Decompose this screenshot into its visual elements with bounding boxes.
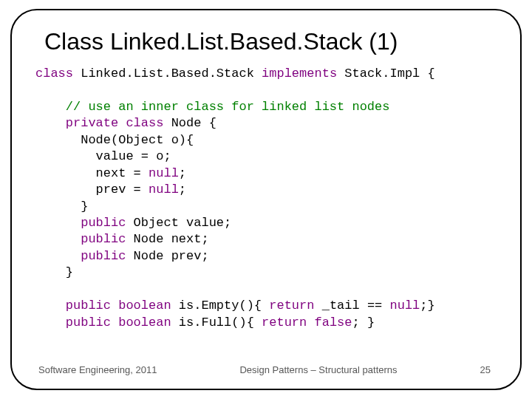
code-token: value = o;: [35, 149, 171, 163]
code-token: is.Full(){: [171, 316, 262, 330]
code-token: ;}: [420, 299, 434, 313]
slide-frame: Class Linked.List.Based.Stack (1) class …: [10, 9, 522, 390]
code-token: Linked.List.Based.Stack: [73, 66, 262, 81]
code-token: return: [269, 299, 314, 313]
footer-center: Design Patterns – Structural patterns: [157, 364, 480, 375]
code-token: Stack.Impl {: [337, 66, 435, 81]
code-token: null: [390, 299, 420, 313]
code-token: ;: [179, 166, 186, 180]
code-token: public: [35, 216, 126, 230]
code-token: null: [149, 183, 179, 197]
code-token: class: [35, 66, 73, 81]
footer-left: Software Engineering, 2011: [38, 364, 157, 375]
code-token: Node prev;: [126, 249, 208, 263]
code-comment: // use an inner class for linked list no…: [35, 100, 389, 114]
code-token: implements: [262, 66, 337, 81]
code-token: Node next;: [126, 232, 208, 246]
code-token: ;: [179, 183, 186, 197]
code-token: is.Empty(){: [171, 299, 270, 313]
code-block: class Linked.List.Based.Stack implements…: [35, 66, 497, 358]
code-token: return false: [262, 316, 352, 330]
code-token: next =: [35, 166, 149, 180]
code-token: prev =: [35, 183, 149, 197]
code-token: _tail ==: [314, 299, 389, 313]
code-token: }: [35, 265, 73, 279]
code-token: Node(Object o){: [35, 133, 194, 147]
code-token: null: [149, 166, 179, 180]
code-token: private class: [35, 116, 163, 130]
code-token: }: [35, 200, 88, 214]
code-token: Node {: [163, 116, 216, 130]
code-token: public boolean: [35, 316, 171, 330]
code-token: Object value;: [126, 216, 231, 230]
footer-page-number: 25: [480, 364, 491, 375]
code-token: ; }: [352, 316, 375, 330]
slide-footer: Software Engineering, 2011 Design Patter…: [35, 364, 497, 375]
code-token: public boolean: [35, 299, 171, 313]
code-token: public: [35, 249, 126, 263]
slide-title: Class Linked.List.Based.Stack (1): [44, 28, 497, 55]
code-token: public: [35, 232, 126, 246]
